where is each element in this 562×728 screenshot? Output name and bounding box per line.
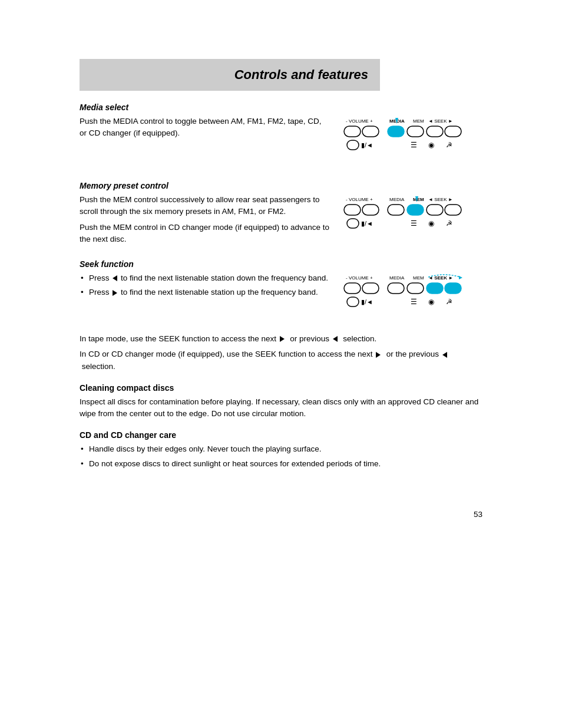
svg-text:MEM: MEM (413, 197, 424, 202)
svg-rect-42 (445, 283, 461, 294)
svg-rect-5 (344, 126, 361, 137)
cleaning-para: Inspect all discs for contamination befo… (80, 396, 482, 420)
svg-rect-38 (362, 283, 379, 294)
svg-rect-25 (427, 205, 443, 215)
svg-rect-41 (427, 283, 443, 294)
media-select-diagram: - VOLUME + MEDIA MEM ◄ SEEK ► (341, 116, 482, 170)
section-cd-care: CD and CD changer care Handle discs by t… (80, 430, 482, 470)
seek-function-bullets: Press to find the next listenable statio… (80, 272, 329, 299)
svg-text:MEDIA: MEDIA (389, 275, 405, 281)
seek-bullet-2: Press to find the next listenable statio… (80, 286, 329, 298)
svg-text:▮/◄: ▮/◄ (361, 141, 373, 149)
media-select-heading: Media select (80, 103, 482, 112)
memory-preset-heading: Memory preset control (80, 181, 482, 190)
svg-text:▮/◄: ▮/◄ (361, 298, 373, 305)
tri-left-icon-2 (333, 336, 338, 342)
svg-text:☭: ☭ (446, 219, 452, 228)
svg-text:☭: ☭ (446, 298, 452, 306)
section-memory-preset: Memory preset control Push the MEM contr… (80, 181, 482, 249)
svg-text:- VOLUME +: - VOLUME + (346, 118, 373, 124)
svg-rect-43 (347, 297, 359, 307)
svg-rect-40 (407, 283, 424, 294)
seek-function-text: Press to find the next listenable statio… (80, 272, 329, 302)
seek-function-heading: Seek function (80, 259, 482, 269)
svg-rect-7 (388, 126, 404, 137)
section-media-select: Media select Push the MEDIA control to t… (80, 103, 482, 170)
seek-bullet-1: Press to find the next listenable statio… (80, 272, 329, 284)
memory-preset-para1: Push the MEM control successively to all… (80, 194, 329, 218)
svg-rect-37 (344, 283, 361, 294)
diagram-media: - VOLUME + MEDIA MEM ◄ SEEK ► (341, 116, 477, 169)
seek-function-diagram: - VOLUME + MEDIA MEM ◄ SEEK ► (341, 272, 482, 327)
cd-care-bullet-2: Do not expose discs to direct sunlight o… (80, 458, 482, 470)
svg-text:▮/◄: ▮/◄ (361, 220, 373, 227)
memory-preset-diagram: - VOLUME + MEDIA MEM ◄ SEEK ► (341, 194, 482, 249)
svg-rect-9 (427, 126, 443, 137)
memory-preset-layout: Push the MEM control successively to all… (80, 194, 482, 249)
svg-text:◄ SEEK ►: ◄ SEEK ► (428, 197, 453, 202)
svg-rect-39 (388, 283, 404, 294)
svg-text:☰: ☰ (411, 219, 417, 228)
tri-right-icon-2 (280, 336, 285, 342)
svg-text:☰: ☰ (411, 298, 417, 306)
diagram-mem: - VOLUME + MEDIA MEM ◄ SEEK ► (341, 194, 477, 247)
svg-rect-23 (388, 205, 404, 215)
tri-right-icon-3 (376, 352, 381, 358)
svg-text:◉: ◉ (428, 141, 434, 149)
cd-care-heading: CD and CD changer care (80, 430, 482, 440)
svg-text:MEM: MEM (413, 118, 424, 124)
media-select-layout: Push the MEDIA control to toggle between… (80, 116, 482, 170)
svg-rect-21 (344, 205, 361, 215)
media-select-para: Push the MEDIA control to toggle between… (80, 116, 329, 140)
tri-right-icon-1 (113, 290, 117, 296)
media-select-text: Push the MEDIA control to toggle between… (80, 116, 329, 143)
header-banner: Controls and features (80, 59, 380, 91)
svg-rect-27 (347, 219, 359, 228)
cd-care-bullet-1: Handle discs by their edges only. Never … (80, 443, 482, 455)
svg-text:☰: ☰ (411, 141, 417, 149)
svg-text:☭: ☭ (446, 141, 452, 149)
seek-function-layout: Press to find the next listenable statio… (80, 272, 482, 327)
svg-text:MEM: MEM (413, 275, 424, 281)
cleaning-heading: Cleaning compact discs (80, 383, 482, 393)
svg-text:- VOLUME +: - VOLUME + (346, 275, 373, 281)
svg-text:MEDIA: MEDIA (389, 197, 405, 202)
page-number: 53 (0, 510, 562, 519)
page-container: Controls and features Media select Push … (0, 59, 562, 728)
svg-text:◄ SEEK ►: ◄ SEEK ► (428, 118, 453, 124)
cd-care-bullets: Handle discs by their edges only. Never … (80, 443, 482, 470)
seek-para2: In CD or CD changer mode (if equipped), … (80, 348, 482, 373)
memory-preset-text: Push the MEM control successively to all… (80, 194, 329, 249)
seek-para1: In tape mode, use the SEEK function to a… (80, 333, 482, 345)
svg-rect-22 (362, 205, 379, 215)
svg-text:◉: ◉ (428, 219, 434, 228)
svg-text:◉: ◉ (428, 298, 434, 306)
svg-text:- VOLUME +: - VOLUME + (346, 197, 373, 202)
svg-rect-11 (347, 140, 359, 150)
page-title: Controls and features (234, 67, 368, 82)
section-seek-function: Seek function Press to find the next lis… (80, 259, 482, 373)
diagram-seek: - VOLUME + MEDIA MEM ◄ SEEK ► (341, 272, 477, 325)
svg-rect-26 (445, 205, 461, 215)
svg-marker-36 (459, 276, 462, 279)
svg-rect-10 (445, 126, 461, 137)
tri-left-icon-1 (113, 275, 117, 281)
svg-rect-6 (362, 126, 379, 137)
svg-rect-24 (407, 205, 424, 215)
content-area: Media select Push the MEDIA control to t… (0, 91, 562, 492)
tri-left-icon-3 (442, 352, 447, 358)
section-cleaning: Cleaning compact discs Inspect all discs… (80, 383, 482, 420)
svg-rect-8 (407, 126, 424, 137)
memory-preset-para2: Push the MEM control in CD changer mode … (80, 222, 329, 246)
